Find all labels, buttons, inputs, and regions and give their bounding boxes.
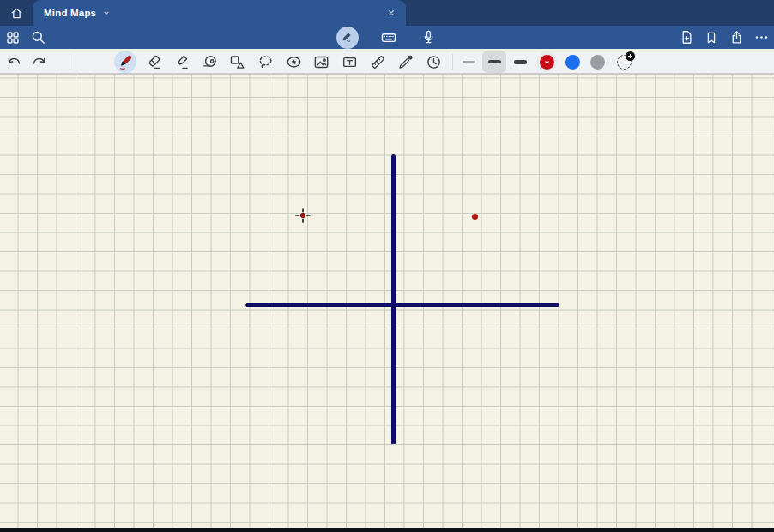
- eraser-icon: [145, 53, 163, 71]
- ruler-tool[interactable]: [366, 51, 389, 73]
- lasso-tool[interactable]: [254, 51, 276, 73]
- undo-icon: [5, 53, 23, 71]
- topbar-center: [0, 26, 774, 49]
- more-button[interactable]: [752, 28, 771, 47]
- undo-button[interactable]: [3, 51, 25, 73]
- elements-icon: [285, 53, 303, 71]
- color-gray[interactable]: [586, 51, 608, 73]
- blue-swatch: [565, 55, 580, 70]
- toolbar-divider: [70, 54, 70, 70]
- color-blue[interactable]: [561, 51, 584, 73]
- redo-icon: [30, 53, 48, 71]
- redo-button[interactable]: [27, 51, 50, 73]
- ink-dot: [472, 214, 478, 220]
- timer-tool[interactable]: [422, 51, 444, 73]
- ink-stroke: [245, 303, 559, 307]
- shapes-icon: [228, 53, 246, 71]
- tab-close-icon[interactable]: [384, 6, 398, 20]
- toolbar-divider: [452, 54, 453, 70]
- tools-toolbar: [0, 49, 774, 75]
- text-icon: [341, 53, 359, 71]
- add-color-button[interactable]: [613, 51, 635, 73]
- highlighter-tool[interactable]: [170, 51, 192, 73]
- ai-pen-tool[interactable]: [394, 51, 416, 73]
- share-icon: [729, 29, 745, 45]
- app-window: Mind Maps: [0, 0, 774, 532]
- titlebar: Mind Maps: [0, 0, 774, 26]
- chevron-down-icon[interactable]: [102, 9, 111, 17]
- shapes-tool[interactable]: [226, 51, 248, 73]
- image-tool[interactable]: [310, 51, 332, 73]
- home-button[interactable]: [0, 0, 33, 26]
- add-page-button[interactable]: [677, 28, 696, 47]
- bookmark-icon: [704, 30, 719, 45]
- gray-swatch: [590, 55, 605, 70]
- timer-icon: [425, 53, 443, 71]
- keyboard-button[interactable]: [379, 28, 398, 47]
- share-button[interactable]: [727, 28, 746, 47]
- tape-tool[interactable]: [198, 51, 221, 73]
- red-swatch: [540, 55, 554, 70]
- ruler-icon: [369, 53, 387, 71]
- pen-tool[interactable]: [114, 51, 136, 73]
- thick-stroke-icon: [514, 60, 527, 64]
- color-red-selected[interactable]: [535, 51, 558, 73]
- ai-pen-icon: [396, 53, 414, 71]
- pen-mode-icon: [341, 31, 354, 45]
- plus-badge-icon: [626, 51, 635, 61]
- topbar-right: [677, 26, 771, 49]
- selected-color-ring: [536, 51, 557, 72]
- elements-tool[interactable]: [282, 51, 305, 73]
- more-icon: [753, 29, 770, 45]
- thin-stroke-icon: [463, 61, 475, 63]
- image-icon: [312, 53, 330, 71]
- highlighter-icon: [172, 53, 190, 71]
- thickness-medium-selected[interactable]: [482, 51, 506, 73]
- text-tool[interactable]: [338, 51, 360, 73]
- thickness-thick[interactable]: [508, 51, 532, 73]
- bottom-edge: [0, 528, 774, 532]
- add-color-icon: [617, 55, 632, 70]
- thickness-thin[interactable]: [457, 51, 481, 73]
- top-toolbar: [0, 26, 774, 49]
- add-page-icon: [679, 29, 695, 45]
- medium-stroke-icon: [488, 60, 501, 63]
- tape-icon: [201, 53, 219, 71]
- eraser-tool[interactable]: [142, 51, 165, 73]
- microphone-button[interactable]: [419, 28, 438, 47]
- chevron-down-icon: [543, 58, 551, 66]
- ink-stroke: [391, 154, 396, 444]
- home-icon: [9, 6, 24, 21]
- canvas[interactable]: [0, 75, 774, 532]
- crosshair-cursor: [294, 207, 311, 224]
- lasso-icon: [257, 53, 275, 71]
- pen-icon: [117, 53, 135, 71]
- keyboard-icon: [380, 29, 397, 46]
- document-tab[interactable]: Mind Maps: [33, 0, 406, 26]
- tab-title: Mind Maps: [44, 8, 96, 18]
- microphone-icon: [420, 29, 437, 45]
- pen-mode-button[interactable]: [336, 27, 359, 49]
- bookmark-button[interactable]: [702, 28, 721, 47]
